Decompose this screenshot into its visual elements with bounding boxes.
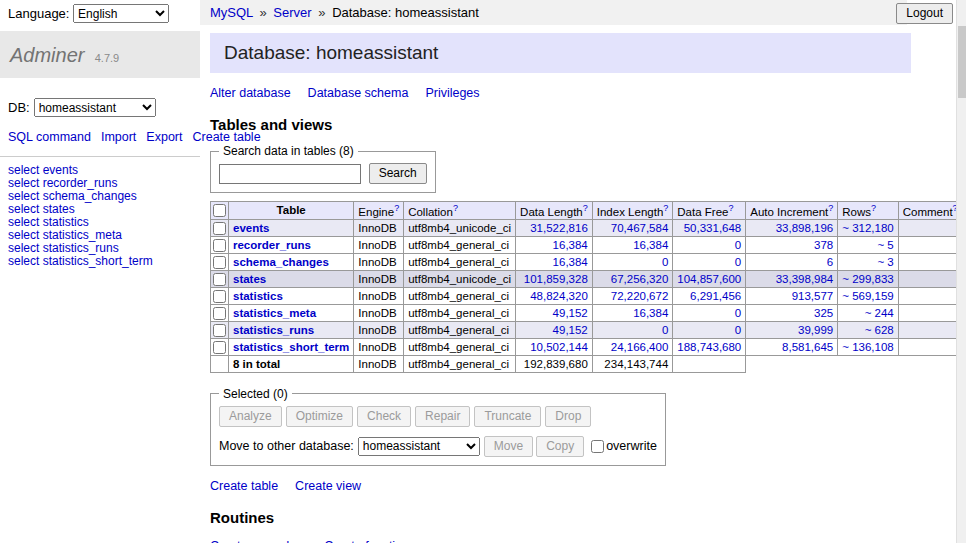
row-checkbox[interactable] [213, 324, 226, 337]
index-length-link[interactable]: 16,384 [633, 307, 668, 319]
overwrite-checkbox[interactable] [591, 440, 604, 453]
table-link[interactable]: statistics [233, 290, 283, 302]
data-length-link[interactable]: 16,384 [553, 256, 588, 268]
create-link[interactable]: Create view [295, 479, 361, 493]
help-link[interactable]: ? [663, 203, 668, 213]
rows-link[interactable]: ~ 244 [865, 307, 894, 319]
copy-button[interactable]: Copy [536, 436, 584, 457]
index-length-link[interactable]: 70,467,584 [611, 222, 669, 234]
sidebar-action-link[interactable]: SQL command [8, 130, 91, 144]
index-length-link[interactable]: 0 [662, 324, 668, 336]
table-link[interactable]: statistics_meta [233, 307, 316, 319]
table-row: statesInnoDButf8mb4_unicode_ci101,859,32… [211, 270, 957, 287]
total-checkbox-cell [211, 355, 229, 372]
row-checkbox[interactable] [213, 290, 226, 303]
select-all-checkbox[interactable] [213, 204, 226, 217]
bulk-action-button[interactable]: Check [357, 406, 411, 427]
db-action-link[interactable]: Alter database [210, 86, 291, 100]
sidebar-action-link[interactable]: Import [101, 130, 136, 144]
help-link[interactable]: ? [394, 203, 399, 213]
row-checkbox[interactable] [213, 239, 226, 252]
bulk-action-button[interactable]: Drop [545, 406, 591, 427]
routine-link[interactable]: Create procedure [210, 539, 307, 543]
select-all-cell [211, 202, 229, 220]
move-button[interactable]: Move [484, 436, 533, 457]
table-link[interactable]: states [233, 273, 266, 285]
help-link[interactable]: ? [828, 203, 833, 213]
data-free-link[interactable]: 188,743,680 [677, 341, 741, 353]
table-link[interactable]: statistics_runs [233, 324, 314, 336]
index-length-link[interactable]: 0 [662, 256, 668, 268]
routine-link[interactable]: Create function [324, 539, 409, 543]
index-length-link[interactable]: 67,256,320 [611, 273, 669, 285]
data-free-link[interactable]: 6,291,456 [690, 290, 741, 302]
table-link[interactable]: events [233, 222, 269, 234]
row-checkbox[interactable] [213, 256, 226, 269]
index-length-link[interactable]: 16,384 [633, 239, 668, 251]
logout-button[interactable]: Logout [896, 3, 953, 24]
auto-increment-link[interactable]: 378 [814, 239, 833, 251]
scrollbar[interactable] [956, 0, 966, 543]
row-checkbox[interactable] [213, 222, 226, 235]
rows-link[interactable]: ~ 569,159 [842, 290, 893, 302]
index-length-link[interactable]: 24,166,400 [611, 341, 669, 353]
bulk-action-button[interactable]: Repair [415, 406, 470, 427]
data-length-link[interactable]: 101,859,328 [524, 273, 588, 285]
help-link[interactable]: ? [728, 203, 733, 213]
auto-increment-link[interactable]: 8,581,645 [782, 341, 833, 353]
rows-link[interactable]: ~ 299,833 [842, 273, 893, 285]
auto-increment-link[interactable]: 325 [814, 307, 833, 319]
data-free-link[interactable]: 0 [735, 239, 741, 251]
data-free-link[interactable]: 0 [735, 324, 741, 336]
breadcrumb-link-server[interactable]: Server [273, 5, 311, 20]
search-input[interactable] [219, 164, 361, 184]
rows-link[interactable]: ~ 5 [877, 239, 893, 251]
data-length-link[interactable]: 16,384 [553, 239, 588, 251]
rows-link[interactable]: ~ 136,108 [842, 341, 893, 353]
scrollbar-thumb[interactable] [958, 26, 966, 98]
table-link[interactable]: schema_changes [233, 256, 329, 268]
language-select[interactable]: English [73, 4, 169, 23]
row-checkbox[interactable] [213, 341, 226, 354]
breadcrumb-separator: » [318, 5, 325, 20]
sidebar-action-links: SQL commandImportExportCreate table [8, 129, 180, 146]
auto-increment-link[interactable]: 39,999 [798, 324, 833, 336]
auto-increment-link[interactable]: 6 [827, 256, 833, 268]
auto-increment-link[interactable]: 33,898,196 [776, 222, 834, 234]
help-link[interactable]: ? [871, 203, 876, 213]
data-length-link[interactable]: 31,522,816 [530, 222, 588, 234]
help-link[interactable]: ? [583, 203, 588, 213]
help-link[interactable]: ? [453, 203, 458, 213]
bulk-action-button[interactable]: Analyze [219, 406, 282, 427]
data-length-link[interactable]: 49,152 [553, 324, 588, 336]
data-free-link[interactable]: 0 [735, 256, 741, 268]
db-action-link[interactable]: Privileges [425, 86, 479, 100]
bulk-action-button[interactable]: Truncate [474, 406, 541, 427]
auto-increment-link[interactable]: 33,398,984 [776, 273, 834, 285]
sidebar-action-link[interactable]: Export [146, 130, 182, 144]
breadcrumb-link-mysql[interactable]: MySQL [210, 5, 253, 20]
move-db-select[interactable]: homeassistant [358, 437, 480, 456]
table-link[interactable]: statistics_short_term [233, 341, 349, 353]
table-link[interactable]: recorder_runs [233, 239, 311, 251]
data-free-link[interactable]: 50,331,648 [684, 222, 742, 234]
search-button[interactable]: Search [369, 163, 427, 184]
data-length-link[interactable]: 48,824,320 [530, 290, 588, 302]
data-length-link[interactable]: 10,502,144 [530, 341, 588, 353]
bulk-action-button[interactable]: Optimize [286, 406, 353, 427]
data-free-link[interactable]: 0 [735, 307, 741, 319]
sidebar-select-link[interactable]: select statistics_short_term [8, 255, 192, 268]
index-length-link[interactable]: 72,220,672 [611, 290, 669, 302]
create-link[interactable]: Create table [210, 479, 278, 493]
rows-link[interactable]: ~ 628 [865, 324, 894, 336]
row-checkbox[interactable] [213, 273, 226, 286]
rows-link[interactable]: ~ 312,180 [842, 222, 893, 234]
rows-link[interactable]: ~ 3 [877, 256, 893, 268]
data-length-link[interactable]: 49,152 [553, 307, 588, 319]
data-free-link[interactable]: 104,857,600 [677, 273, 741, 285]
auto-increment-link[interactable]: 913,577 [792, 290, 834, 302]
db-select[interactable]: homeassistant [34, 98, 156, 117]
table-row: eventsInnoDButf8mb4_unicode_ci31,522,816… [211, 219, 957, 236]
row-checkbox[interactable] [213, 307, 226, 320]
db-action-link[interactable]: Database schema [308, 86, 409, 100]
